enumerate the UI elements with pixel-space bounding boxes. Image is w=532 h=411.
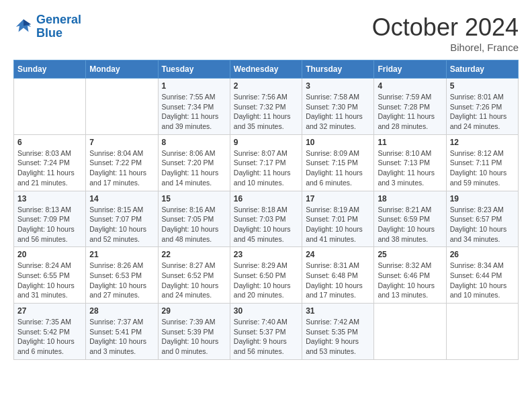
day-info: Sunrise: 8:12 AM Sunset: 7:11 PM Dayligh… — [450, 148, 515, 188]
calendar-week-row: 27Sunrise: 7:35 AM Sunset: 5:42 PM Dayli… — [14, 304, 519, 360]
calendar-cell: 28Sunrise: 7:37 AM Sunset: 5:41 PM Dayli… — [86, 304, 158, 360]
weekday-header: Sunday — [14, 60, 86, 79]
day-info: Sunrise: 7:55 AM Sunset: 7:34 PM Dayligh… — [162, 92, 226, 132]
day-number: 31 — [306, 306, 370, 316]
day-number: 13 — [17, 194, 82, 203]
calendar-week-row: 20Sunrise: 8:24 AM Sunset: 6:55 PM Dayli… — [14, 247, 519, 304]
day-number: 1 — [162, 81, 226, 91]
logo-icon — [13, 17, 34, 37]
day-number: 16 — [234, 194, 298, 203]
calendar-cell: 21Sunrise: 8:26 AM Sunset: 6:53 PM Dayli… — [86, 247, 158, 304]
calendar-cell — [374, 304, 446, 360]
calendar-cell: 8Sunrise: 8:06 AM Sunset: 7:20 PM Daylig… — [158, 134, 230, 191]
day-info: Sunrise: 8:27 AM Sunset: 6:52 PM Dayligh… — [162, 261, 226, 300]
month-title: October 2024 — [372, 13, 519, 42]
page-header: General Blue October 2024 Bihorel, Franc… — [13, 13, 519, 53]
day-number: 14 — [89, 194, 154, 203]
day-number: 12 — [450, 138, 515, 147]
calendar-cell: 22Sunrise: 8:27 AM Sunset: 6:52 PM Dayli… — [158, 247, 230, 304]
calendar-cell: 2Sunrise: 7:56 AM Sunset: 7:32 PM Daylig… — [230, 79, 302, 135]
day-number: 5 — [450, 81, 515, 91]
title-block: October 2024 Bihorel, France — [372, 13, 519, 53]
calendar-cell: 27Sunrise: 7:35 AM Sunset: 5:42 PM Dayli… — [14, 304, 86, 360]
calendar-cell: 16Sunrise: 8:18 AM Sunset: 7:03 PM Dayli… — [230, 191, 302, 247]
calendar-cell: 15Sunrise: 8:16 AM Sunset: 7:05 PM Dayli… — [158, 191, 230, 247]
day-info: Sunrise: 8:31 AM Sunset: 6:48 PM Dayligh… — [306, 261, 370, 300]
day-number: 28 — [89, 306, 154, 316]
day-info: Sunrise: 8:24 AM Sunset: 6:55 PM Dayligh… — [17, 261, 82, 300]
day-info: Sunrise: 8:04 AM Sunset: 7:22 PM Dayligh… — [89, 148, 154, 188]
calendar-cell: 3Sunrise: 7:58 AM Sunset: 7:30 PM Daylig… — [302, 79, 374, 135]
calendar-cell — [86, 79, 158, 135]
weekday-header: Saturday — [446, 60, 518, 79]
day-info: Sunrise: 8:13 AM Sunset: 7:09 PM Dayligh… — [17, 205, 82, 244]
day-number: 27 — [17, 306, 82, 316]
day-info: Sunrise: 8:18 AM Sunset: 7:03 PM Dayligh… — [234, 205, 298, 244]
calendar-cell: 12Sunrise: 8:12 AM Sunset: 7:11 PM Dayli… — [446, 134, 518, 191]
day-info: Sunrise: 8:06 AM Sunset: 7:20 PM Dayligh… — [162, 148, 226, 188]
day-info: Sunrise: 8:21 AM Sunset: 6:59 PM Dayligh… — [378, 205, 442, 244]
calendar-cell: 29Sunrise: 7:39 AM Sunset: 5:39 PM Dayli… — [158, 304, 230, 360]
day-number: 7 — [89, 138, 154, 147]
day-info: Sunrise: 8:16 AM Sunset: 7:05 PM Dayligh… — [162, 205, 226, 244]
calendar-week-row: 1Sunrise: 7:55 AM Sunset: 7:34 PM Daylig… — [14, 79, 519, 135]
day-number: 26 — [450, 250, 515, 259]
calendar-body: 1Sunrise: 7:55 AM Sunset: 7:34 PM Daylig… — [14, 79, 519, 360]
calendar-cell: 23Sunrise: 8:29 AM Sunset: 6:50 PM Dayli… — [230, 247, 302, 304]
day-number: 11 — [378, 138, 442, 147]
day-info: Sunrise: 7:56 AM Sunset: 7:32 PM Dayligh… — [234, 92, 298, 132]
day-number: 21 — [89, 250, 154, 259]
calendar-week-row: 13Sunrise: 8:13 AM Sunset: 7:09 PM Dayli… — [14, 191, 519, 247]
calendar-cell: 13Sunrise: 8:13 AM Sunset: 7:09 PM Dayli… — [14, 191, 86, 247]
day-info: Sunrise: 8:29 AM Sunset: 6:50 PM Dayligh… — [234, 261, 298, 300]
weekday-header: Wednesday — [230, 60, 302, 79]
day-number: 20 — [17, 250, 82, 259]
day-info: Sunrise: 8:23 AM Sunset: 6:57 PM Dayligh… — [450, 205, 515, 244]
calendar-cell: 18Sunrise: 8:21 AM Sunset: 6:59 PM Dayli… — [374, 191, 446, 247]
day-number: 8 — [162, 138, 226, 147]
logo: General Blue — [13, 13, 81, 40]
calendar-cell: 19Sunrise: 8:23 AM Sunset: 6:57 PM Dayli… — [446, 191, 518, 247]
calendar-cell: 25Sunrise: 8:32 AM Sunset: 6:46 PM Dayli… — [374, 247, 446, 304]
day-info: Sunrise: 8:03 AM Sunset: 7:24 PM Dayligh… — [17, 148, 82, 188]
day-number: 6 — [17, 138, 82, 147]
day-number: 18 — [378, 194, 442, 203]
day-number: 19 — [450, 194, 515, 203]
day-info: Sunrise: 8:07 AM Sunset: 7:17 PM Dayligh… — [234, 148, 298, 188]
calendar-cell: 7Sunrise: 8:04 AM Sunset: 7:22 PM Daylig… — [86, 134, 158, 191]
day-info: Sunrise: 8:15 AM Sunset: 7:07 PM Dayligh… — [89, 205, 154, 244]
calendar-cell: 10Sunrise: 8:09 AM Sunset: 7:15 PM Dayli… — [302, 134, 374, 191]
calendar-cell — [14, 79, 86, 135]
weekday-header: Friday — [374, 60, 446, 79]
calendar-week-row: 6Sunrise: 8:03 AM Sunset: 7:24 PM Daylig… — [14, 134, 519, 191]
day-info: Sunrise: 8:09 AM Sunset: 7:15 PM Dayligh… — [306, 148, 370, 188]
day-info: Sunrise: 7:39 AM Sunset: 5:39 PM Dayligh… — [162, 317, 226, 357]
day-info: Sunrise: 7:35 AM Sunset: 5:42 PM Dayligh… — [17, 317, 82, 357]
calendar-cell: 9Sunrise: 8:07 AM Sunset: 7:17 PM Daylig… — [230, 134, 302, 191]
day-number: 2 — [234, 81, 298, 91]
day-number: 4 — [378, 81, 442, 91]
day-info: Sunrise: 7:40 AM Sunset: 5:37 PM Dayligh… — [234, 317, 298, 357]
calendar-cell: 30Sunrise: 7:40 AM Sunset: 5:37 PM Dayli… — [230, 304, 302, 360]
calendar-cell — [446, 304, 518, 360]
calendar-cell: 5Sunrise: 8:01 AM Sunset: 7:26 PM Daylig… — [446, 79, 518, 135]
weekday-header: Tuesday — [158, 60, 230, 79]
day-number: 17 — [306, 194, 370, 203]
calendar-cell: 6Sunrise: 8:03 AM Sunset: 7:24 PM Daylig… — [14, 134, 86, 191]
day-info: Sunrise: 7:42 AM Sunset: 5:35 PM Dayligh… — [306, 317, 370, 357]
day-info: Sunrise: 8:01 AM Sunset: 7:26 PM Dayligh… — [450, 92, 515, 132]
day-info: Sunrise: 8:10 AM Sunset: 7:13 PM Dayligh… — [378, 148, 442, 188]
calendar-cell: 11Sunrise: 8:10 AM Sunset: 7:13 PM Dayli… — [374, 134, 446, 191]
calendar-cell: 17Sunrise: 8:19 AM Sunset: 7:01 PM Dayli… — [302, 191, 374, 247]
svg-marker-1 — [24, 19, 31, 26]
weekday-header: Thursday — [302, 60, 374, 79]
day-number: 10 — [306, 138, 370, 147]
day-number: 9 — [234, 138, 298, 147]
day-number: 3 — [306, 81, 370, 91]
day-number: 25 — [378, 250, 442, 259]
calendar-header: SundayMondayTuesdayWednesdayThursdayFrid… — [14, 60, 519, 79]
day-info: Sunrise: 7:37 AM Sunset: 5:41 PM Dayligh… — [89, 317, 154, 357]
day-info: Sunrise: 8:32 AM Sunset: 6:46 PM Dayligh… — [378, 261, 442, 300]
calendar-cell: 20Sunrise: 8:24 AM Sunset: 6:55 PM Dayli… — [14, 247, 86, 304]
calendar-cell: 14Sunrise: 8:15 AM Sunset: 7:07 PM Dayli… — [86, 191, 158, 247]
